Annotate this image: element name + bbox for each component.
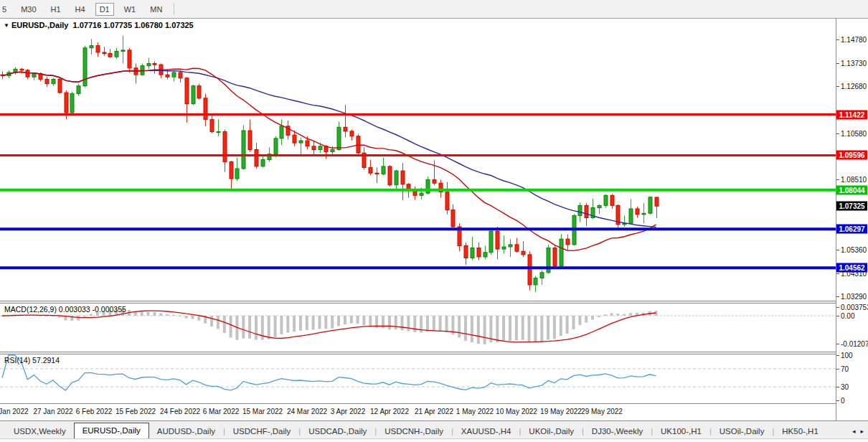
candlestick-series <box>1 36 659 292</box>
price-axis-tick <box>836 296 839 297</box>
main-price-chart[interactable] <box>0 19 836 301</box>
price-axis-label: 1.10580 <box>841 130 867 138</box>
date-label: 12 Apr 2022 <box>370 408 409 415</box>
price-axis-label: 1.12680 <box>841 83 867 90</box>
rsi-indicator-label: RSI(14) 57.2914 <box>4 356 60 365</box>
rsi-axis-tick <box>836 369 839 370</box>
tab-uk100-h1[interactable]: UK100-,H1 <box>653 425 709 438</box>
price-axis-label: 1.03290 <box>841 293 867 301</box>
timeframe-button-h4[interactable]: H4 <box>71 3 90 16</box>
tab-scroll-buttons: ◂ ▸ <box>852 425 864 438</box>
date-label: 1 May 2022 <box>456 408 494 415</box>
toolbar-separator <box>174 4 174 15</box>
tab-hk50-h1[interactable]: HK50-,H1 <box>774 425 826 438</box>
timeframe-button-mn[interactable]: MN <box>146 3 166 16</box>
timeframe-button-w1[interactable]: W1 <box>120 3 141 16</box>
price-axis-tick <box>836 179 839 180</box>
trading-terminal-window: 5M30H1H4D1W1MN ▼EURUSD-,Daily 1.07716 1.… <box>0 0 868 442</box>
date-label: 19 May 2022 <box>540 408 582 415</box>
rsi-axis-label: 30 <box>841 383 849 391</box>
rsi-axis-label: 70 <box>841 365 849 373</box>
price-axis-divider <box>836 19 836 420</box>
tab-usdcnh-daily[interactable]: USDCNH-,Daily <box>377 425 451 438</box>
timeframe-button-h1[interactable]: H1 <box>47 3 65 16</box>
rsi-axis-label: 0 <box>841 397 845 405</box>
date-label: 18 Jan 2022 <box>0 408 29 415</box>
chart-symbol-label: EURUSD-,Daily <box>11 21 68 29</box>
tab-eurusd-daily[interactable]: EURUSD-,Daily <box>74 423 149 438</box>
price-level-badge: 1.11422 <box>836 110 867 120</box>
date-label: 15 Mar 2022 <box>242 408 283 415</box>
pane-splitter-macd-rsi[interactable] <box>0 352 836 354</box>
tab-usoil-daily[interactable]: USOil-,Daily <box>712 425 773 438</box>
tab-audusd-daily[interactable]: AUDUSD-,Daily <box>149 425 223 438</box>
timeframe-toolbar: 5M30H1H4D1W1MN <box>0 0 868 19</box>
date-label: 21 Apr 2022 <box>415 408 453 415</box>
price-axis-label: 1.08510 <box>841 176 867 184</box>
window-bottom-strip <box>0 438 868 442</box>
date-label: 3 Apr 2022 <box>331 408 365 415</box>
macd-axis-label: 0.00 <box>841 312 854 320</box>
date-label: 6 Feb 2022 <box>76 408 113 415</box>
price-axis-tick <box>836 133 839 134</box>
tab-dj30-weekly[interactable]: DJ30-,Weekly <box>584 425 651 438</box>
price-axis-label: 1.14780 <box>841 36 867 44</box>
macd-axis-label: -0.012075 <box>841 340 868 348</box>
price-level-badge: 1.07325 <box>836 202 867 211</box>
moving-average-lines <box>2 68 656 250</box>
price-level-badge: 1.04562 <box>836 263 867 273</box>
price-axis-label: 1.05360 <box>841 246 867 254</box>
rsi-pane-bottom-border <box>0 403 836 404</box>
date-label: 6 Mar 2022 <box>203 408 240 415</box>
price-level-badge: 1.08044 <box>836 186 867 195</box>
date-label: 15 Feb 2022 <box>115 408 156 415</box>
macd-axis-label: 0.003753 <box>841 304 868 311</box>
timeframe-button-5[interactable]: 5 <box>0 3 11 16</box>
chart-tabs: USDX,WeeklyEURUSD-,DailyAUDUSD-,Daily|US… <box>6 423 826 438</box>
tab-usdchf-daily[interactable]: USDCHF-,Daily <box>225 425 299 438</box>
price-level-badge: 1.09596 <box>836 151 867 160</box>
price-axis-tick <box>836 250 839 250</box>
tab-scroll-right-icon[interactable]: ▸ <box>860 425 864 438</box>
price-axis-label: 1.13730 <box>841 60 867 67</box>
chart-ohlc-values: 1.07716 1.07735 1.06780 1.07325 <box>73 21 194 29</box>
tab-ukoil-daily[interactable]: UKOil-,Daily <box>521 425 582 438</box>
date-label: 29 May 2022 <box>581 408 623 415</box>
pane-splitter-main-macd[interactable] <box>0 301 836 304</box>
collapse-caret-icon[interactable]: ▼ <box>4 22 9 29</box>
chart-title: ▼EURUSD-,Daily 1.07716 1.07735 1.06780 1… <box>4 21 194 29</box>
tab-usdx-weekly[interactable]: USDX,Weekly <box>6 425 74 438</box>
timeframe-button-d1[interactable]: D1 <box>95 3 114 16</box>
rsi-axis-tick <box>836 400 839 401</box>
rsi-indicator-pane[interactable] <box>0 354 836 403</box>
rsi-axis-tick <box>836 387 839 387</box>
macd-histogram <box>1 309 658 344</box>
rsi-line <box>2 355 656 390</box>
price-axis-tick <box>836 63 839 64</box>
macd-indicator-label: MACD(12,26,9) 0.003033 -0.000355 <box>4 305 126 314</box>
tab-scroll-left-icon[interactable]: ◂ <box>852 425 856 438</box>
rsi-axis-label: 100 <box>841 352 853 359</box>
price-axis-tick <box>836 39 839 40</box>
macd-axis-tick <box>836 344 839 344</box>
macd-axis-tick <box>836 316 839 316</box>
date-label: 24 Mar 2022 <box>287 408 327 415</box>
date-label: 10 May 2022 <box>496 408 537 415</box>
chart-tab-bar: USDX,WeeklyEURUSD-,DailyAUDUSD-,Daily|US… <box>0 423 868 438</box>
tab-xauusd-h4[interactable]: XAUUSD-,H4 <box>453 425 519 438</box>
tab-usdcad-daily[interactable]: USDCAD-,Daily <box>301 425 374 438</box>
date-label: 24 Feb 2022 <box>160 408 200 415</box>
timeframe-button-m30[interactable]: M30 <box>16 3 40 16</box>
price-axis-tick <box>836 273 839 274</box>
price-level-badge: 1.06297 <box>836 225 867 234</box>
macd-axis-tick <box>836 307 839 308</box>
date-label: 27 Jan 2022 <box>33 408 72 415</box>
horizontal-level-lines <box>0 115 836 268</box>
price-axis-tick <box>836 86 839 87</box>
rsi-axis-tick <box>836 355 839 356</box>
